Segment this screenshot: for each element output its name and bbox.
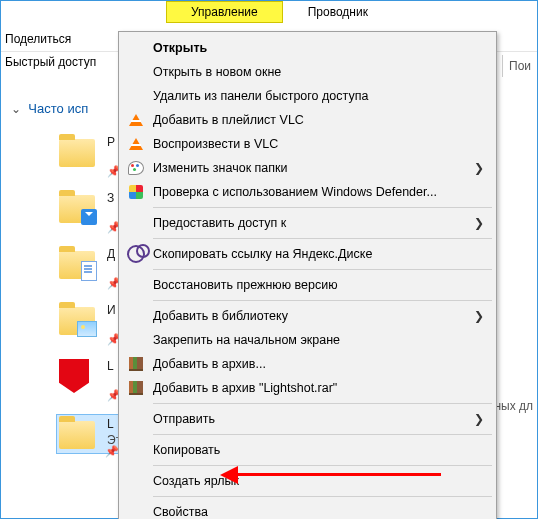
nav-tree: ⌄ Часто исп bbox=[11, 101, 88, 116]
menu-label: Воспроизвести в VLC bbox=[153, 137, 278, 151]
menu-copy[interactable]: Копировать bbox=[121, 438, 494, 462]
bookmark-icon bbox=[59, 359, 89, 393]
winrar-icon bbox=[127, 379, 145, 397]
menu-open-new-window[interactable]: Открыть в новом окне bbox=[121, 60, 494, 84]
toolbar-share[interactable]: Поделиться bbox=[5, 32, 71, 46]
folder-icon bbox=[59, 251, 95, 279]
folder-icon bbox=[59, 139, 95, 167]
menu-vlc-play[interactable]: Воспроизвести в VLC bbox=[121, 132, 494, 156]
menu-defender[interactable]: Проверка с использованием Windows Defend… bbox=[121, 180, 494, 204]
folder-icon bbox=[59, 307, 95, 335]
chevron-right-icon: ❯ bbox=[474, 216, 484, 230]
tree-frequent[interactable]: Часто исп bbox=[28, 101, 88, 116]
menu-separator bbox=[153, 207, 492, 208]
menu-separator bbox=[153, 269, 492, 270]
tab-explorer[interactable]: Проводник bbox=[283, 1, 393, 23]
chevron-down-icon[interactable]: ⌄ bbox=[11, 102, 21, 116]
link-icon bbox=[127, 245, 145, 263]
tile-label: Р bbox=[107, 135, 115, 149]
download-overlay-icon bbox=[81, 209, 97, 225]
tab-manage[interactable]: Управление bbox=[166, 1, 283, 23]
menu-separator bbox=[153, 434, 492, 435]
vlc-icon bbox=[127, 111, 145, 129]
menu-label: Проверка с использованием Windows Defend… bbox=[153, 185, 437, 199]
menu-pin-start[interactable]: Закрепить на начальном экране bbox=[121, 328, 494, 352]
search-box[interactable]: Пои bbox=[502, 55, 537, 77]
chevron-right-icon: ❯ bbox=[474, 309, 484, 323]
menu-change-icon[interactable]: Изменить значок папки❯ bbox=[121, 156, 494, 180]
menu-send-to[interactable]: Отправить❯ bbox=[121, 407, 494, 431]
menu-separator bbox=[153, 300, 492, 301]
menu-vlc-add[interactable]: Добавить в плейлист VLC bbox=[121, 108, 494, 132]
menu-label: Добавить в библиотеку bbox=[153, 309, 288, 323]
chevron-right-icon: ❯ bbox=[474, 412, 484, 426]
menu-separator bbox=[153, 465, 492, 466]
menu-rar-add[interactable]: Добавить в архив... bbox=[121, 352, 494, 376]
document-overlay-icon bbox=[81, 261, 97, 281]
winrar-icon bbox=[127, 355, 145, 373]
menu-label: Добавить в архив... bbox=[153, 357, 266, 371]
menu-create-shortcut[interactable]: Создать ярлык bbox=[121, 469, 494, 493]
context-menu: Открыть Открыть в новом окне Удалить из … bbox=[118, 31, 497, 519]
shield-icon bbox=[127, 183, 145, 201]
menu-properties[interactable]: Свойства bbox=[121, 500, 494, 519]
menu-label: Скопировать ссылку на Яндекс.Диске bbox=[153, 247, 372, 261]
tile-label: Д bbox=[107, 247, 115, 261]
menu-label: Добавить в плейлист VLC bbox=[153, 113, 304, 127]
chevron-right-icon: ❯ bbox=[474, 161, 484, 175]
menu-separator bbox=[153, 238, 492, 239]
folder-icon bbox=[59, 421, 95, 449]
vlc-icon bbox=[127, 135, 145, 153]
menu-rar-named[interactable]: Добавить в архив "Lightshot.rar" bbox=[121, 376, 494, 400]
menu-give-access[interactable]: Предоставить доступ к❯ bbox=[121, 211, 494, 235]
menu-separator bbox=[153, 403, 492, 404]
menu-remove-quickaccess[interactable]: Удалить из панели быстрого доступа bbox=[121, 84, 494, 108]
tile-label: З bbox=[107, 191, 114, 205]
menu-add-library[interactable]: Добавить в библиотеку❯ bbox=[121, 304, 494, 328]
menu-separator bbox=[153, 496, 492, 497]
menu-restore-version[interactable]: Восстановить прежнюю версию bbox=[121, 273, 494, 297]
menu-label: Добавить в архив "Lightshot.rar" bbox=[153, 381, 337, 395]
tile-label: И bbox=[107, 303, 116, 317]
menu-yandex-disk[interactable]: Скопировать ссылку на Яндекс.Диске bbox=[121, 242, 494, 266]
menu-open[interactable]: Открыть bbox=[121, 36, 494, 60]
quick-access-label[interactable]: Быстрый доступ bbox=[5, 55, 96, 69]
menu-label: Отправить bbox=[153, 412, 215, 426]
picture-overlay-icon bbox=[77, 321, 97, 337]
pin-icon: 📌 bbox=[105, 445, 119, 458]
palette-icon bbox=[127, 159, 145, 177]
folder-icon bbox=[59, 195, 95, 223]
tile-label: L bbox=[107, 359, 114, 373]
menu-label: Предоставить доступ к bbox=[153, 216, 286, 230]
ribbon-tabs: Управление Проводник bbox=[166, 1, 393, 23]
menu-label: Изменить значок папки bbox=[153, 161, 288, 175]
